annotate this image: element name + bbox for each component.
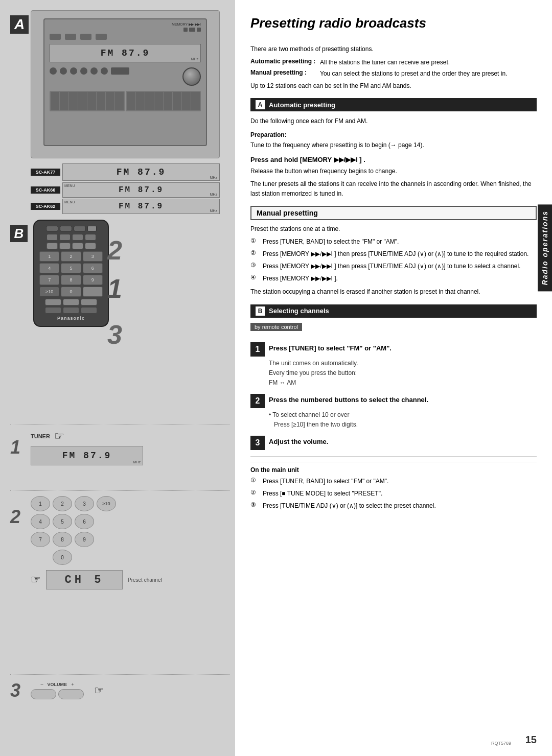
manual-step-3: ③ Press [MEMORY ▶▶/▶▶I ] then press [TUN… [250,262,537,271]
vol-up-btn[interactable] [58,689,84,699]
model-display-text-ak66: FM 87.9 [119,185,164,195]
intro-line2: Up to 12 stations each can be set in the… [250,81,537,91]
b-step-1: 1 Press [TUNER] to select "FM" or "AM". … [250,342,537,388]
main-unit-step-2: ② Press [■ TUNE MODE] to select "PRESET"… [250,489,537,498]
stereo-display: FM 87.9 [101,48,150,58]
big-num-2: 2 [107,235,122,266]
auto-presetting-desc: Automatic presetting : All the stations … [250,58,537,67]
b-step-3-title: Adjust the volume. [269,436,328,445]
vol-minus: – [41,682,43,687]
hand-icon-1: ☞ [54,430,64,443]
model-label-ak62: SC-AK62 [31,203,60,210]
num-btn-4[interactable]: 4 [31,514,50,529]
b-step-3: 3 Adjust the volume. [250,436,537,450]
intro-line1: There are two methods of presetting stat… [250,44,537,54]
step-num-1: 1 [10,437,26,458]
page-number: 15 [525,734,537,746]
b-step-2-title: Press the numbered buttons to select the… [269,394,428,404]
num-btn-3[interactable]: 3 [75,496,94,511]
num-btn-ge10[interactable]: ≥10 [97,496,116,511]
stereo-illustration: MEMORY ▶▶ ▶▶I FM 87.9 MHz [31,10,220,158]
section-b-header: B Selecting channels [250,304,537,318]
manual-preset-stations: Preset the stations one at a time. [250,224,537,234]
section-a-letter: A [256,100,265,109]
main-unit-step-2-text: Press [■ TUNE MODE] to select "PRESET". [263,489,382,498]
b-step-1-num: 1 [250,342,265,357]
step2-section: 2 1 2 3 ≥10 4 5 6 7 8 9 0 [10,490,230,589]
big-num-3: 3 [107,319,122,350]
model-label-ak77: SC-AK77 [31,169,60,176]
vol-plus: + [71,682,74,687]
right-panel: Presetting radio broadcasts There are tw… [235,0,552,756]
model-display-ak77: FM 87.9 MHz [62,163,220,181]
left-panel: A MEMORY ▶▶ ▶▶I FM 87.9 [0,0,235,756]
step1-display: FM 87.9 MHz [31,446,143,465]
b-step-2-num: 2 [250,394,265,408]
rqt-code: RQT5769 [491,741,511,746]
model-display-text-ak77: FM 87.9 [117,167,166,177]
b-step-1-title: Press [TUNER] to select "FM" or "AM". [269,342,392,352]
model-row-ak62: SC-AK62 FM 87.9 MHz MENU [31,199,220,214]
on-main-unit: On the main unit ① Press [TUNER, BAND] t… [250,462,537,510]
step1-section: 1 TUNER ☞ FM 87.9 MHz [10,424,230,465]
press-hold-line: Press and hold [MEMORY ▶▶/▶▶I ] . [250,156,537,163]
press-hold-desc2: The tuner presets all the stations it ca… [250,179,537,199]
model-display-text-ak62: FM 87.9 [119,202,164,211]
num-btn-8[interactable]: 8 [53,532,72,547]
memory-label: MEMORY ▶▶ ▶▶I [172,22,201,27]
manual-step-2: ② Press [MEMORY ▶▶/▶▶I ] then press [TUN… [250,249,537,258]
manual-step-4-text: Press [MEMORY ▶▶/▶▶I ]. [263,274,338,283]
manual-step-1: ① Press [TUNER, BAND] to select the "FM"… [250,237,537,246]
manual-step-1-text: Press [TUNER, BAND] to select the "FM" o… [263,237,399,246]
model-display-ak66: FM 87.9 MHz MENU [62,182,220,198]
manual-step-4-num: ④ [250,274,260,281]
b-step-2: 2 Press the numbered buttons to select t… [250,394,537,430]
stereo-hz: MHz [191,57,198,61]
num-btn-1[interactable]: 1 [31,496,50,511]
num-btn-9[interactable]: 9 [75,532,94,547]
b-step-3-num: 3 [250,436,265,450]
section-b-letter: B [256,306,265,316]
manual-presetting-title: Manual presetting [257,209,318,217]
num-btn-2[interactable]: 2 [53,496,72,511]
main-unit-step-1-text: Press [TUNER, BAND] to select "FM" or "A… [263,477,388,486]
num-btn-7[interactable]: 7 [31,532,50,547]
num-btn-0[interactable]: 0 [53,550,72,565]
manual-step-3-text: Press [MEMORY ▶▶/▶▶I ] then press [TUNE/… [263,262,520,271]
models-section: SC-AK77 FM 87.9 MHz SC-AK66 FM 87.9 MHz … [31,163,220,215]
manual-presetting-desc: Manual presetting : You can select the s… [250,69,537,78]
num-btn-5[interactable]: 5 [53,514,72,529]
tuner-label: TUNER [31,433,50,439]
section-a-label: A [10,15,29,34]
model-display-ak62: FM 87.9 MHz MENU [62,199,220,214]
preparation-text: Tune to the frequency where presetting i… [250,140,537,150]
b-step-1-body: The unit comes on automatically. Every t… [269,359,537,388]
divider [250,456,537,457]
manual-step-2-text: Press [MEMORY ▶▶/▶▶I ] then press [TUNE/… [263,249,528,258]
main-unit-step-1: ① Press [TUNER, BAND] to select "FM" or … [250,477,537,486]
manual-presetting-box: Manual presetting [250,206,537,220]
model-row-ak66: SC-AK66 FM 87.9 MHz MENU [31,182,220,198]
section-b-label: B [10,225,28,242]
step-num-3: 3 [10,680,26,701]
by-remote-badge: by remote control [250,323,302,331]
page-title: Presetting radio broadcasts [250,15,537,35]
step3-section: 3 – VOLUME + ☞ [10,674,230,701]
model-label-ak66: SC-AK66 [31,186,60,194]
hand-icon-3: ☞ [94,684,104,697]
manual-step-4: ④ Press [MEMORY ▶▶/▶▶I ]. [250,274,537,283]
hand-icon-2: ☞ [31,573,41,586]
big-num-1: 1 [107,273,122,304]
section-a-title: Automatic presetting [269,101,335,109]
num-btn-6[interactable]: 6 [75,514,94,529]
section-b-title: Selecting channels [269,307,329,315]
do-once-text: Do the following once each for FM and AM… [250,116,537,126]
ch-display: CH 5 [46,570,123,589]
main-unit-step-3-text: Press [TUNE/TIME ADJ (∨) or (∧)] to sele… [263,501,436,510]
b-step-2-body: • To select channel 10 or over Press [≥1… [269,410,537,430]
step-num-2: 2 [10,506,26,528]
vol-label: VOLUME [48,682,67,687]
vol-down-btn[interactable] [31,689,56,699]
model-row-ak77: SC-AK77 FM 87.9 MHz [31,163,220,181]
sidebar-label: Radio operations [538,204,552,291]
